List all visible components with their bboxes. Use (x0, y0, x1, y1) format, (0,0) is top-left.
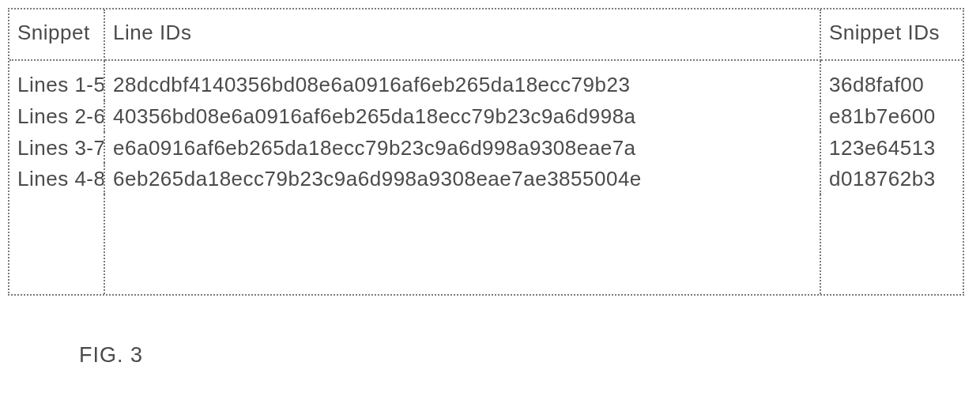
table-row: Lines 4-8 6eb265da18ecc79b23c9a6d998a930… (9, 163, 963, 194)
cell-snippet-ids: 123e64513 (820, 132, 963, 164)
header-snippet: Snippet (9, 9, 104, 60)
cell-snippet: Lines 2-6 (9, 100, 104, 132)
cell-snippet: Lines 4-8 (9, 163, 104, 194)
table-header-row: Snippet Line IDs Snippet IDs (9, 9, 963, 60)
figure-label: FIG. 3 (79, 343, 972, 368)
header-snippet-ids: Snippet IDs (820, 9, 963, 60)
cell-snippet-ids: 36d8faf00 (820, 60, 963, 100)
cell-line-ids: 28dcdbf4140356bd08e6a0916af6eb265da18ecc… (104, 60, 820, 100)
snippet-table: Snippet Line IDs Snippet IDs Lines 1-5 2… (9, 9, 963, 294)
table-row: Lines 1-5 28dcdbf4140356bd08e6a0916af6eb… (9, 60, 963, 100)
table-row-spacer (9, 194, 963, 294)
cell-snippet-ids: d018762b3 (820, 163, 963, 194)
cell-line-ids: 40356bd08e6a0916af6eb265da18ecc79b23c9a6… (104, 100, 820, 132)
cell-line-ids: e6a0916af6eb265da18ecc79b23c9a6d998a9308… (104, 132, 820, 164)
cell-snippet-ids: e81b7e600 (820, 100, 963, 132)
cell-snippet: Lines 1-5 (9, 60, 104, 100)
snippet-table-container: Snippet Line IDs Snippet IDs Lines 1-5 2… (8, 8, 964, 296)
table-row: Lines 2-6 40356bd08e6a0916af6eb265da18ec… (9, 100, 963, 132)
table-row: Lines 3-7 e6a0916af6eb265da18ecc79b23c9a… (9, 132, 963, 164)
cell-line-ids: 6eb265da18ecc79b23c9a6d998a9308eae7ae385… (104, 163, 820, 194)
cell-snippet: Lines 3-7 (9, 132, 104, 164)
header-line-ids: Line IDs (104, 9, 820, 60)
